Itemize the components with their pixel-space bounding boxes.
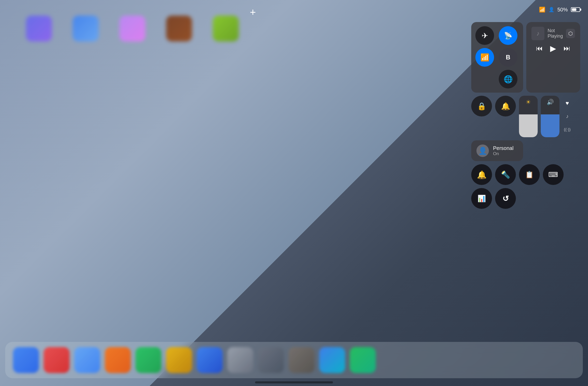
airplay-button[interactable]: ⬡ <box>566 29 575 38</box>
desktop-icon-3 <box>119 16 145 42</box>
cc-row-4: 🔔 🔦 📋 ⌨ <box>471 164 580 185</box>
sun-icon: ☀ <box>526 99 531 106</box>
add-widget-button[interactable]: + <box>250 6 256 18</box>
album-art: ♪ <box>531 27 544 40</box>
home-indicator <box>255 381 333 383</box>
now-playing-tile: ♪ Not Playing ⬡ ⏮ ▶ ⏭ <box>526 22 580 93</box>
dock-app-10[interactable] <box>289 347 314 373</box>
desktop-icon-4 <box>166 16 192 42</box>
desktop-icon-2 <box>73 16 99 42</box>
media-controls: ⏮ ▶ ⏭ <box>531 43 575 54</box>
cc-row-1: ✈ 📡 📶 B 🌐 ♪ <box>471 22 580 93</box>
dock-app-8[interactable] <box>227 347 253 373</box>
music-placeholder-icon: ♪ <box>536 30 539 37</box>
dock-app-mail[interactable] <box>44 347 70 373</box>
speaker-icon: 🔊 <box>547 99 554 106</box>
favorite-button[interactable]: ♥ <box>563 99 572 108</box>
dock-app-12[interactable] <box>350 347 376 373</box>
broadcast-button[interactable]: ((·)) <box>563 125 572 134</box>
restart-icon: ↺ <box>502 194 509 203</box>
desktop-icon-5 <box>213 16 239 42</box>
person-icon: 👤 <box>549 7 554 12</box>
cc-row-3: 👤 Personal On <box>471 140 580 161</box>
airplane-icon: ✈ <box>482 31 488 40</box>
dock-app-safari[interactable] <box>13 347 39 373</box>
focus-text: Personal On <box>493 145 514 156</box>
person-silhouette-icon: 👤 <box>478 147 487 155</box>
wifi-toggle-icon: 📶 <box>480 53 489 62</box>
screentime-icon: 📊 <box>477 195 486 203</box>
play-button[interactable]: ▶ <box>548 43 558 54</box>
cc-row-2: 🔒 🔔 ☀ 🔊 ♥ ♪ ((·)) <box>471 96 580 137</box>
focus-status: On <box>493 151 514 156</box>
cc-row-5: 📊 ↺ <box>471 188 580 209</box>
cellular-button[interactable]: 🌐 <box>499 70 517 88</box>
desktop-icons <box>26 16 239 42</box>
rewind-button[interactable]: ⏮ <box>534 43 545 53</box>
flashlight-icon: 🔦 <box>501 170 510 179</box>
battery-percent: 50% <box>557 7 568 13</box>
music-note-button[interactable]: ♪ <box>563 112 572 121</box>
keyboard-icon: ⌨ <box>548 171 558 179</box>
airdrop-icon: 📡 <box>504 32 512 40</box>
brightness-slider[interactable]: ☀ <box>519 96 538 137</box>
dock-app-11[interactable] <box>319 347 345 373</box>
desktop-icon-1 <box>26 16 52 42</box>
dock-app-reminders[interactable] <box>166 347 192 373</box>
dock-app-messages[interactable] <box>74 347 100 373</box>
screentime-button[interactable]: 📊 <box>471 188 492 209</box>
dock-app-9[interactable] <box>258 347 284 373</box>
alarm-icon: 🔔 <box>477 170 487 179</box>
now-playing-header: ♪ Not Playing ⬡ <box>531 27 575 40</box>
fast-forward-button[interactable]: ⏭ <box>562 43 572 53</box>
volume-slider[interactable]: 🔊 <box>541 96 559 137</box>
dock-app-phone[interactable] <box>135 347 161 373</box>
now-playing-title: Not Playing <box>548 28 563 39</box>
note-add-icon: 📋 <box>525 171 534 179</box>
bluetooth-button[interactable]: B <box>499 48 517 67</box>
focus-avatar: 👤 <box>476 144 489 157</box>
airplane-mode-button[interactable]: ✈ <box>475 26 494 45</box>
notification-center-button[interactable]: 🔔 <box>495 96 516 116</box>
focus-name: Personal <box>493 145 514 151</box>
airdrop-button[interactable]: 📡 <box>499 26 517 45</box>
keyboard-shortcut-button[interactable]: ⌨ <box>543 164 564 185</box>
brightness-fill <box>519 114 538 137</box>
volume-fill <box>541 114 559 137</box>
dock <box>5 342 583 378</box>
wifi-button[interactable]: 📶 <box>475 48 494 67</box>
screen-rotation-lock-button[interactable]: 🔒 <box>471 96 492 116</box>
rotation-lock-icon: 🔒 <box>477 102 486 111</box>
bell-icon: 🔔 <box>501 102 510 111</box>
quick-note-button[interactable]: 📋 <box>519 164 540 185</box>
control-center-panel: ✈ 📡 📶 B 🌐 ♪ <box>471 22 580 209</box>
focus-mode-tile[interactable]: 👤 Personal On <box>471 140 523 161</box>
restart-button[interactable]: ↺ <box>495 188 516 209</box>
dock-app-maps[interactable] <box>197 347 223 373</box>
wifi-icon: 📶 <box>539 6 545 13</box>
dock-app-calendar[interactable] <box>105 347 131 373</box>
side-buttons: ♥ ♪ ((·)) <box>563 96 572 137</box>
bluetooth-icon: B <box>506 54 510 61</box>
globe-icon: 🌐 <box>504 75 513 84</box>
alarm-button[interactable]: 🔔 <box>471 164 492 185</box>
flashlight-button[interactable]: 🔦 <box>495 164 516 185</box>
connectivity-tile: ✈ 📡 📶 B 🌐 <box>471 22 523 93</box>
airplay-icon: ⬡ <box>568 30 573 37</box>
